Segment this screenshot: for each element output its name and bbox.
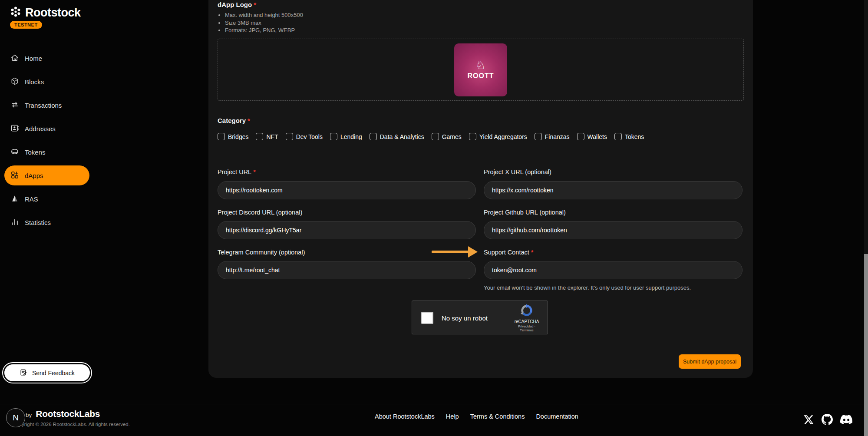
send-feedback-label: Send Feedback	[32, 370, 75, 377]
category-checkbox-yield-aggregators[interactable]: Yield Aggregators	[469, 133, 527, 140]
category-options: Bridges NFT Dev Tools Lending Data & Ana…	[218, 133, 644, 140]
logo-requirement: Max. width and height 500x500	[225, 11, 303, 19]
sidebar-item-label: Home	[25, 55, 42, 62]
footer-links: About RootstockLabs Help Terms & Conditi…	[375, 413, 578, 420]
footer: Built by RootstockLabs Copyright © 2026 …	[0, 404, 868, 436]
dapps-grid-icon	[10, 171, 19, 181]
support-contact-helper: Your email won't be shown in the explore…	[484, 284, 691, 291]
sidebar-item-label: Statistics	[25, 219, 51, 226]
sidebar-item-blocks[interactable]: Blocks	[0, 70, 94, 93]
project-x-url-label: Project X URL (optional)	[484, 168, 551, 175]
dapp-logo-label: dApp Logo*	[218, 1, 256, 8]
project-url-label: Project URL*	[218, 168, 256, 175]
sidebar-item-label: Addresses	[25, 125, 56, 132]
sidebar-nav: Home Blocks Transactions Addresses Token…	[0, 46, 94, 234]
project-discord-url-input[interactable]	[218, 221, 476, 239]
sidebar-item-addresses[interactable]: Addresses	[0, 117, 94, 140]
telegram-community-input[interactable]	[218, 261, 476, 279]
checkbox-icon	[218, 133, 225, 140]
footer-link-documentation[interactable]: Documentation	[536, 413, 578, 420]
logo-requirement: Formats: JPG, PNG, WEBP	[225, 26, 303, 34]
copyright-text: Copyright © 2026 RootstockLabs. All righ…	[13, 422, 130, 427]
support-contact-input[interactable]	[484, 261, 743, 279]
sidebar-item-tokens[interactable]: Tokens	[0, 140, 94, 164]
required-asterisk: *	[253, 168, 256, 175]
sidebar-item-transactions[interactable]: Transactions	[0, 93, 94, 117]
checkbox-icon	[286, 133, 293, 140]
cube-icon	[10, 77, 19, 87]
built-by-line: Built by RootstockLabs	[13, 409, 100, 419]
testnet-badge: TESTNET	[10, 21, 42, 29]
recaptcha-checkbox[interactable]	[421, 312, 433, 324]
brand-name: Rootstock	[25, 6, 81, 20]
sidebar-item-ras[interactable]: RAS	[0, 187, 94, 211]
logo-preview-tile[interactable]: ♘ ROOTT	[454, 43, 507, 96]
brand-logo[interactable]: Rootstock	[10, 6, 81, 20]
category-label: Category*	[218, 117, 250, 124]
sidebar-item-home[interactable]: Home	[0, 46, 94, 70]
discord-icon[interactable]	[840, 413, 852, 427]
category-checkbox-finanzas[interactable]: Finanzas	[535, 133, 570, 140]
category-checkbox-dev-tools[interactable]: Dev Tools	[286, 133, 323, 140]
recaptcha-widget: No soy un robot reCAPTCHA Privacidad - T…	[412, 301, 548, 334]
recaptcha-privacy-terms[interactable]: Privacidad - Términos	[511, 324, 542, 332]
sidebar-item-label: dApps	[25, 172, 43, 179]
logo-upload-dropzone[interactable]: ♘ ROOTT	[218, 39, 744, 101]
sidebar-item-statistics[interactable]: Statistics	[0, 211, 94, 234]
checkbox-icon	[469, 133, 476, 140]
recaptcha-label: No soy un robot	[442, 314, 488, 322]
rootstock-flower-icon	[10, 6, 22, 20]
checkbox-icon	[432, 133, 439, 140]
sidebar: Rootstock TESTNET Home Blocks Transactio…	[0, 0, 94, 404]
category-checkbox-data-analytics[interactable]: Data & Analytics	[370, 133, 424, 140]
checkbox-icon	[614, 133, 622, 140]
org-name[interactable]: RootstockLabs	[36, 409, 100, 419]
required-asterisk: *	[531, 249, 534, 256]
home-icon	[10, 53, 19, 63]
triangle-icon	[10, 194, 19, 204]
scrollbar-thumb[interactable]	[864, 254, 868, 436]
contact-card-icon	[10, 124, 19, 134]
project-github-url-input[interactable]	[484, 221, 743, 239]
category-checkbox-tokens[interactable]: Tokens	[614, 133, 644, 140]
swap-arrows-icon	[10, 100, 19, 110]
project-url-input[interactable]	[218, 181, 476, 199]
checkbox-icon	[535, 133, 542, 140]
footer-link-help[interactable]: Help	[446, 413, 459, 420]
checkbox-icon	[330, 133, 337, 140]
category-checkbox-nft[interactable]: NFT	[256, 133, 278, 140]
coin-icon	[10, 147, 19, 157]
sidebar-item-dapps[interactable]: dApps	[4, 165, 89, 185]
project-github-url-label: Project Github URL (optional)	[484, 209, 566, 216]
category-checkbox-bridges[interactable]: Bridges	[218, 133, 248, 140]
github-icon[interactable]	[822, 414, 833, 427]
sidebar-item-label: Blocks	[25, 78, 44, 86]
knight-icon: ♘	[475, 59, 485, 71]
sidebar-item-label: RAS	[25, 195, 38, 203]
support-contact-label: Support Contact*	[484, 249, 533, 256]
social-icons	[803, 413, 852, 427]
category-checkbox-games[interactable]: Games	[432, 133, 462, 140]
dapp-proposal-form: dApp Logo* Max. width and height 500x500…	[208, 0, 753, 378]
dapp-logo-requirements: Max. width and height 500x500 Size 3MB m…	[225, 11, 303, 34]
submit-dapp-proposal-button[interactable]: Submit dApp proposal	[679, 354, 741, 369]
category-checkbox-lending[interactable]: Lending	[330, 133, 362, 140]
recaptcha-logo-icon	[520, 311, 533, 318]
telegram-community-label: Telegram Community (optional)	[218, 249, 305, 256]
footer-link-terms[interactable]: Terms & Conditions	[470, 413, 525, 420]
feedback-pencil-icon	[20, 368, 28, 378]
send-feedback-button[interactable]: Send Feedback	[4, 364, 90, 381]
sidebar-item-label: Transactions	[25, 102, 62, 109]
sidebar-item-label: Tokens	[25, 149, 46, 156]
x-twitter-icon[interactable]	[803, 414, 814, 427]
notification-overlay-badge[interactable]: N	[6, 408, 25, 427]
footer-link-about[interactable]: About RootstockLabs	[375, 413, 435, 420]
category-checkbox-wallets[interactable]: Wallets	[577, 133, 607, 140]
checkbox-icon	[256, 133, 263, 140]
annotation-arrow	[432, 251, 469, 253]
logo-requirement: Size 3MB max	[225, 19, 303, 27]
bar-chart-icon	[10, 218, 19, 228]
annotation-arrow-head	[468, 246, 478, 258]
project-x-url-input[interactable]	[484, 181, 743, 199]
required-asterisk: *	[248, 117, 250, 124]
